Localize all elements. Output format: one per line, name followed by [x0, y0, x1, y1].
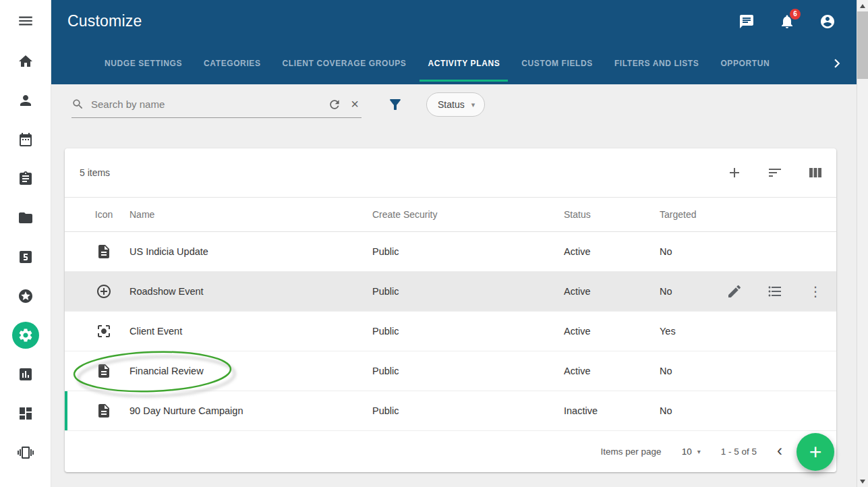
notification-count-badge: 6	[790, 9, 801, 20]
table-row[interactable]: US Indicia Update Public Active No	[65, 232, 836, 272]
search-icon	[71, 98, 84, 111]
plus-icon: +	[809, 440, 822, 465]
page-size-select[interactable]: 10 ▾	[682, 447, 701, 457]
cell-name: Financial Review	[129, 366, 372, 376]
cell-status: Inactive	[564, 405, 660, 416]
more-options-kebab-icon[interactable]: ⋮	[807, 283, 823, 299]
items-per-page-label: Items per page	[601, 447, 662, 457]
clear-search-icon[interactable]: ×	[348, 97, 361, 112]
status-filter-label: Status	[438, 99, 465, 110]
cell-create-security: Public	[372, 366, 564, 376]
activity-plans-card: 5 items Icon Name Create Security	[65, 148, 836, 472]
status-filter-dropdown[interactable]: Status ▾	[426, 92, 485, 117]
column-header-create-security: Create Security	[372, 209, 564, 220]
dropdown-caret-icon: ▾	[697, 448, 701, 455]
top-app-bar: Customize 6 NUDGE SETTINGS CATEGORI	[51, 0, 857, 84]
cell-status: Active	[564, 246, 660, 257]
cell-create-security: Public	[372, 286, 564, 297]
table-pagination: Items per page 10 ▾ 1 - 5 of 5 ‹	[65, 431, 836, 471]
document-icon	[78, 403, 129, 419]
account-avatar-icon[interactable]	[819, 13, 836, 30]
add-item-icon[interactable]	[726, 165, 743, 181]
sidebar	[0, 0, 51, 487]
column-header-icon: Icon	[78, 209, 129, 220]
star-circle-icon[interactable]	[0, 277, 51, 316]
search-input[interactable]	[91, 98, 321, 110]
number-5-icon[interactable]	[0, 237, 51, 277]
settings-gear-icon	[12, 322, 39, 349]
tab-filters-and-lists[interactable]: FILTERS AND LISTS	[604, 42, 710, 84]
cell-status: Active	[564, 286, 660, 297]
sidebar-item-settings-active[interactable]	[0, 316, 51, 355]
cell-targeted: No	[660, 366, 724, 376]
table-row[interactable]: Roadshow Event Public Active No ⋮	[65, 272, 836, 312]
document-icon	[78, 244, 129, 260]
app-window: Customize 6 NUDGE SETTINGS CATEGORI	[0, 0, 868, 487]
calendar-icon[interactable]	[0, 120, 51, 159]
cell-create-security: Public	[372, 405, 564, 416]
column-header-status: Status	[564, 209, 660, 220]
notifications-bell-icon[interactable]: 6	[779, 13, 795, 30]
tab-client-coverage-groups[interactable]: CLIENT COVERAGE GROUPS	[272, 42, 417, 84]
items-count-label: 5 items	[80, 167, 110, 178]
dropdown-caret-icon: ▾	[471, 101, 475, 109]
contacts-icon[interactable]	[0, 81, 51, 120]
cell-targeted: No	[660, 286, 724, 297]
scroll-up-arrow-icon[interactable]	[857, 0, 868, 11]
cell-name: US Indicia Update	[129, 246, 372, 257]
add-circle-icon	[78, 283, 129, 299]
cell-name: Roadshow Event	[129, 286, 372, 297]
refresh-icon[interactable]	[328, 98, 341, 111]
cell-targeted: No	[660, 405, 724, 416]
document-icon	[78, 363, 129, 379]
cell-name: Client Event	[129, 326, 372, 337]
cell-status: Active	[564, 366, 660, 376]
add-activity-plan-fab[interactable]: +	[797, 433, 834, 471]
home-icon[interactable]	[0, 42, 51, 81]
table-header-row: Icon Name Create Security Status Targete…	[65, 197, 836, 232]
page-size-value: 10	[682, 447, 692, 457]
tasks-icon[interactable]	[0, 159, 51, 198]
column-header-targeted: Targeted	[660, 209, 724, 220]
column-header-name: Name	[129, 209, 372, 220]
hamburger-menu-icon[interactable]	[0, 0, 51, 42]
sort-icon[interactable]	[767, 165, 783, 181]
tab-activity-plans[interactable]: ACTIVITY PLANS	[417, 42, 511, 84]
edit-pencil-icon[interactable]	[726, 283, 743, 299]
vertical-scrollbar[interactable]	[857, 0, 868, 487]
cell-create-security: Public	[372, 326, 564, 337]
row-actions: ⋮	[724, 283, 836, 299]
table-row[interactable]: Financial Review Public Active No	[65, 351, 836, 391]
tab-nudge-settings[interactable]: NUDGE SETTINGS	[94, 42, 193, 84]
main-area: Customize 6 NUDGE SETTINGS CATEGORI	[51, 0, 857, 487]
list-icon[interactable]	[767, 283, 783, 299]
cell-targeted: Yes	[660, 326, 724, 337]
folder-icon[interactable]	[0, 198, 51, 237]
tab-custom-fields[interactable]: CUSTOM FIELDS	[511, 42, 604, 84]
columns-icon[interactable]	[807, 165, 823, 181]
filter-funnel-icon[interactable]	[387, 96, 403, 113]
cell-status: Active	[564, 326, 660, 337]
table-row[interactable]: 90 Day Nurture Campaign Public Inactive …	[65, 391, 836, 431]
page-title: Customize	[67, 12, 142, 30]
bar-chart-icon[interactable]	[0, 355, 51, 394]
chat-icon[interactable]	[739, 13, 755, 30]
scrollbar-thumb[interactable]	[857, 11, 868, 79]
page-range-label: 1 - 5 of 5	[721, 447, 757, 457]
tab-opportunities-truncated[interactable]: OPPORTUN	[710, 42, 780, 84]
previous-page-chevron-icon[interactable]: ‹	[777, 442, 782, 461]
settings-tab-bar: NUDGE SETTINGS CATEGORIES CLIENT COVERAG…	[51, 42, 857, 84]
card-toolbar: 5 items	[65, 148, 836, 197]
filter-bar: × Status ▾	[51, 84, 857, 125]
tabs-scroll-right-chevron-icon[interactable]	[828, 55, 857, 72]
table-row[interactable]: Client Event Public Active Yes	[65, 312, 836, 351]
center-focus-icon	[78, 323, 129, 339]
tab-categories[interactable]: CATEGORIES	[193, 42, 271, 84]
vibration-icon[interactable]	[0, 433, 51, 472]
cell-targeted: No	[660, 246, 724, 257]
search-field: ×	[71, 91, 361, 118]
scroll-down-arrow-icon[interactable]	[857, 476, 868, 487]
dashboard-icon[interactable]	[0, 394, 51, 433]
scrollbar-track[interactable]	[857, 11, 868, 476]
cell-create-security: Public	[372, 246, 564, 257]
